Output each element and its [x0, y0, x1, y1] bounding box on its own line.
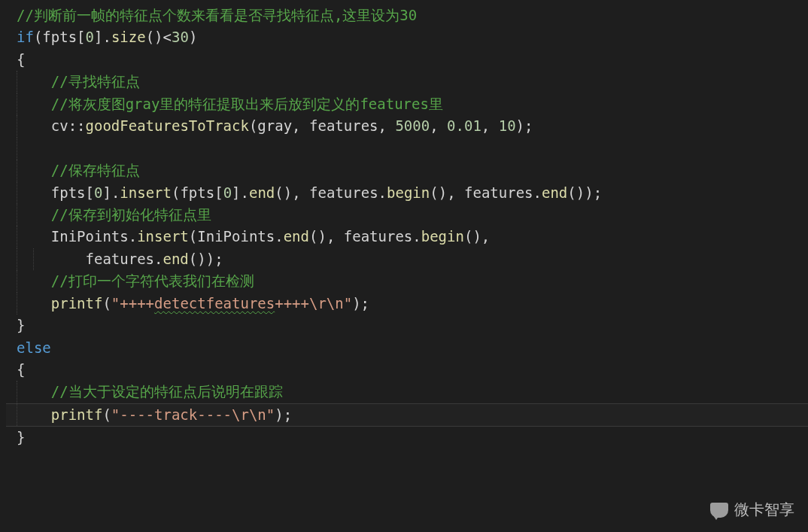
code-token: detectfeatures: [154, 295, 275, 312]
code-token: (),: [275, 184, 309, 201]
code-token: //保存到初始化特征点里: [51, 206, 211, 223]
code-line[interactable]: }: [6, 427, 808, 448]
code-line[interactable]: //保存特征点: [6, 160, 808, 181]
code-line[interactable]: //寻找特征点: [6, 71, 808, 93]
code-line[interactable]: //当大于设定的特征点后说明在跟踪: [6, 381, 808, 403]
code-token: ()<: [146, 29, 172, 45]
code-token: cv: [51, 117, 68, 134]
code-line[interactable]: //保存到初始化特征点里: [6, 204, 808, 226]
code-token: begin: [387, 184, 430, 201]
code-line[interactable]: //判断前一帧的特征点个数来看看是否寻找特征点,这里设为30: [6, 5, 808, 26]
code-line[interactable]: features.end());: [6, 248, 808, 270]
code-token: {: [17, 51, 25, 68]
code-line[interactable]: IniPoints.insert(IniPoints.end(), featur…: [6, 226, 808, 248]
code-token: ());: [189, 251, 223, 267]
wechat-watermark: 微卡智享: [710, 498, 794, 521]
code-line[interactable]: if(fpts[0].size()<30): [6, 26, 808, 48]
code-token: ,: [430, 117, 447, 134]
code-line[interactable]: {: [6, 359, 808, 381]
code-token: (: [172, 184, 180, 201]
code-token: fpts: [51, 184, 86, 201]
code-token: //寻找特征点: [51, 73, 140, 90]
code-token: end: [542, 184, 567, 201]
code-token: ].: [232, 184, 249, 201]
code-token: (),: [464, 228, 490, 245]
code-token: "----track----\r\n": [111, 406, 275, 423]
code-token: ++++\r\n": [275, 295, 352, 312]
code-token: features: [344, 228, 413, 245]
code-token: features: [309, 184, 378, 201]
code-token: .: [154, 251, 163, 267]
code-token: ,: [378, 117, 396, 134]
code-line[interactable]: //将灰度图gray里的特征提取出来后放到定义的features里: [6, 93, 808, 115]
code-token: }: [17, 317, 25, 333]
code-token: ].: [94, 29, 111, 45]
code-line[interactable]: printf("++++detectfeatures++++\r\n");: [6, 293, 808, 315]
code-token: printf: [51, 295, 103, 312]
code-token: IniPoints: [197, 228, 275, 245]
code-token: [: [214, 184, 223, 201]
code-token: begin: [421, 228, 464, 245]
code-token: gray: [257, 117, 292, 134]
code-token: insert: [137, 228, 189, 245]
code-token: "++++: [111, 295, 154, 312]
code-token: (: [249, 117, 257, 134]
code-editor[interactable]: //判断前一帧的特征点个数来看看是否寻找特征点,这里设为30if(fpts[0]…: [0, 0, 808, 449]
code-token: (),: [430, 184, 464, 201]
code-token: //判断前一帧的特征点个数来看看是否寻找特征点,这里设为30: [17, 7, 417, 23]
code-token: end: [163, 251, 188, 267]
code-line[interactable]: else: [6, 337, 808, 359]
code-token: (: [102, 406, 111, 423]
code-token: .: [378, 184, 387, 201]
code-token: ::: [68, 117, 86, 134]
code-token: if: [17, 29, 34, 45]
code-line[interactable]: cv::goodFeaturesToTrack(gray, features, …: [6, 115, 808, 137]
code-token: .: [129, 228, 137, 245]
code-token: }: [17, 429, 25, 445]
code-token: );: [516, 117, 533, 134]
code-token: features: [309, 117, 378, 134]
code-token: goodFeaturesToTrack: [86, 117, 249, 134]
wechat-icon: [710, 503, 728, 518]
code-token: //打印一个字符代表我们在检测: [51, 272, 254, 289]
code-token: else: [17, 339, 51, 356]
code-token: .: [275, 228, 283, 245]
code-token: ): [189, 29, 197, 45]
code-token: printf: [51, 406, 103, 423]
code-token: (: [102, 295, 111, 312]
code-token: .: [533, 184, 542, 201]
code-token: [: [77, 29, 85, 45]
code-token: {: [17, 361, 25, 378]
code-token: fpts: [180, 184, 214, 201]
code-token: 0: [94, 184, 102, 201]
code-token: ,: [292, 117, 309, 134]
code-token: //当大于设定的特征点后说明在跟踪: [51, 383, 283, 400]
code-line[interactable]: //打印一个字符代表我们在检测: [6, 270, 808, 292]
code-token: end: [249, 184, 275, 201]
code-token: insert: [120, 184, 172, 201]
code-token: //将灰度图gray里的特征提取出来后放到定义的features里: [51, 96, 443, 112]
watermark-text: 微卡智享: [734, 498, 794, 521]
code-token: 30: [172, 29, 189, 45]
code-token: features: [86, 251, 155, 267]
code-token: IniPoints: [51, 228, 129, 245]
code-token: features: [464, 184, 533, 201]
code-token: ,: [481, 117, 499, 134]
code-token: .: [412, 228, 421, 245]
code-token: //保存特征点: [51, 162, 140, 178]
code-token: 0.01: [447, 117, 481, 134]
code-line[interactable]: fpts[0].insert(fpts[0].end(), features.b…: [6, 182, 808, 204]
code-token: );: [275, 406, 292, 423]
code-token: fpts: [42, 29, 77, 45]
code-token: 0: [86, 29, 94, 45]
code-line[interactable]: printf("----track----\r\n");: [6, 403, 808, 427]
code-line[interactable]: {: [6, 49, 808, 71]
code-token: (: [189, 228, 197, 245]
code-token: end: [284, 228, 309, 245]
code-token: size: [111, 29, 146, 45]
code-token: ());: [567, 184, 602, 201]
code-line[interactable]: }: [6, 315, 808, 336]
code-line[interactable]: [6, 138, 808, 160]
code-token: (),: [309, 228, 344, 245]
code-token: [: [86, 184, 94, 201]
